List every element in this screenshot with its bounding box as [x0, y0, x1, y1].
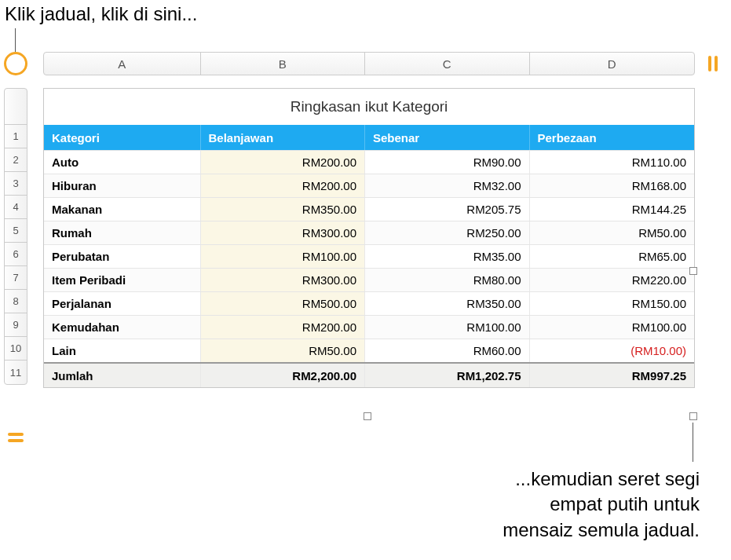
- cell-perbezaan[interactable]: RM220.00: [530, 269, 694, 291]
- table-row: Auto RM200.00 RM90.00 RM110.00: [44, 150, 694, 174]
- row-headers: 1 2 3 4 5 6 7 8 9 10 11: [4, 88, 27, 385]
- resize-handle-corner[interactable]: [689, 412, 697, 420]
- row-header-7[interactable]: 7: [5, 266, 27, 290]
- column-bars-icon: [705, 54, 721, 73]
- cell-sebenar[interactable]: RM90.00: [365, 151, 530, 174]
- cell-kategori[interactable]: Lain: [44, 339, 201, 362]
- cell-perbezaan[interactable]: RM150.00: [530, 292, 694, 315]
- cell-kategori[interactable]: Perjalanan: [44, 292, 201, 315]
- cell-kategori[interactable]: Auto: [44, 151, 201, 174]
- cell-belanjawan[interactable]: RM300.00: [201, 269, 366, 291]
- row-bars-icon: [6, 430, 25, 445]
- svg-rect-2: [8, 433, 24, 436]
- row-header-1[interactable]: 1: [5, 125, 27, 148]
- table-row: Lain RM50.00 RM60.00 (RM10.00): [44, 339, 694, 362]
- row-header-5[interactable]: 5: [5, 219, 27, 243]
- callout-text: mensaiz semula jadual.: [503, 518, 700, 543]
- svg-rect-3: [8, 439, 24, 442]
- col-header-b[interactable]: B: [201, 53, 366, 75]
- callout-resize: ...kemudian seret segi empat putih untuk…: [503, 467, 700, 543]
- th-sebenar[interactable]: Sebenar: [365, 125, 530, 150]
- table-row: Perjalanan RM500.00 RM350.00 RM150.00: [44, 291, 694, 315]
- cell-sebenar[interactable]: RM35.00: [365, 245, 530, 268]
- svg-rect-1: [715, 56, 718, 71]
- add-column-handle[interactable]: [701, 52, 725, 75]
- cell-kategori[interactable]: Rumah: [44, 221, 201, 244]
- cell-perbezaan[interactable]: RM100.00: [530, 316, 694, 339]
- callout-text: empat putih untuk: [503, 492, 700, 517]
- cell-belanjawan[interactable]: RM350.00: [201, 198, 366, 221]
- table-title[interactable]: Ringkasan ikut Kategori: [44, 89, 694, 125]
- table-row: Makanan RM350.00 RM205.75 RM144.25: [44, 197, 694, 221]
- table-row: Kemudahan RM200.00 RM100.00 RM100.00: [44, 315, 694, 339]
- table-selector-handle[interactable]: [4, 52, 27, 75]
- cell-belanjawan[interactable]: RM100.00: [201, 245, 366, 268]
- th-perbezaan[interactable]: Perbezaan: [530, 125, 694, 150]
- callout-line: [693, 423, 693, 462]
- cell-kategori[interactable]: Perubatan: [44, 245, 201, 268]
- table-row: Item Peribadi RM300.00 RM80.00 RM220.00: [44, 268, 694, 291]
- footer-sebenar[interactable]: RM1,202.75: [365, 364, 530, 387]
- cell-belanjawan[interactable]: RM50.00: [201, 339, 366, 362]
- cell-kategori[interactable]: Item Peribadi: [44, 269, 201, 291]
- cell-sebenar[interactable]: RM205.75: [365, 198, 530, 221]
- add-row-handle[interactable]: [4, 426, 27, 449]
- cell-sebenar[interactable]: RM350.00: [365, 292, 530, 315]
- row-header-11[interactable]: 11: [5, 361, 27, 384]
- resize-handle-bottom[interactable]: [364, 412, 371, 420]
- spreadsheet-table[interactable]: Ringkasan ikut Kategori Kategori Belanja…: [43, 88, 695, 388]
- row-header-8[interactable]: 8: [5, 290, 27, 313]
- th-belanjawan[interactable]: Belanjawan: [201, 125, 366, 150]
- footer-belanjawan[interactable]: RM2,200.00: [201, 364, 366, 387]
- cell-perbezaan[interactable]: RM65.00: [530, 245, 694, 268]
- cell-sebenar[interactable]: RM100.00: [365, 316, 530, 339]
- cell-sebenar[interactable]: RM250.00: [365, 221, 530, 244]
- cell-kategori[interactable]: Hiburan: [44, 174, 201, 197]
- column-headers: A B C D: [43, 52, 695, 75]
- cell-perbezaan[interactable]: RM144.25: [530, 198, 694, 221]
- cell-belanjawan[interactable]: RM300.00: [201, 221, 366, 244]
- cell-belanjawan[interactable]: RM200.00: [201, 174, 366, 197]
- col-header-d[interactable]: D: [530, 53, 694, 75]
- row-header-10[interactable]: 10: [5, 337, 27, 361]
- table-header-row: Kategori Belanjawan Sebenar Perbezaan: [44, 125, 694, 150]
- cell-perbezaan[interactable]: RM110.00: [530, 151, 694, 174]
- cell-perbezaan[interactable]: RM50.00: [530, 221, 694, 244]
- row-header-3[interactable]: 3: [5, 172, 27, 196]
- cell-sebenar[interactable]: RM60.00: [365, 339, 530, 362]
- footer-label[interactable]: Jumlah: [44, 364, 201, 387]
- callout-select-table: Klik jadual, klik di sini...: [5, 3, 197, 25]
- cell-sebenar[interactable]: RM32.00: [365, 174, 530, 197]
- col-header-c[interactable]: C: [365, 53, 530, 75]
- cell-belanjawan[interactable]: RM500.00: [201, 292, 366, 315]
- table-row: Rumah RM300.00 RM250.00 RM50.00: [44, 221, 694, 244]
- callout-line: [15, 28, 16, 52]
- th-kategori[interactable]: Kategori: [44, 125, 201, 150]
- row-header-2[interactable]: 2: [5, 148, 27, 172]
- table-row: Hiburan RM200.00 RM32.00 RM168.00: [44, 174, 694, 197]
- cell-kategori[interactable]: Kemudahan: [44, 316, 201, 339]
- table-footer-row: Jumlah RM2,200.00 RM1,202.75 RM997.25: [44, 362, 694, 387]
- row-header-4[interactable]: 4: [5, 196, 27, 219]
- col-header-a[interactable]: A: [44, 53, 201, 75]
- cell-perbezaan[interactable]: (RM10.00): [530, 339, 694, 362]
- cell-sebenar[interactable]: RM80.00: [365, 269, 530, 291]
- svg-rect-0: [708, 56, 711, 71]
- table-row: Perubatan RM100.00 RM35.00 RM65.00: [44, 244, 694, 268]
- cell-kategori[interactable]: Makanan: [44, 198, 201, 221]
- cell-perbezaan[interactable]: RM168.00: [530, 174, 694, 197]
- cell-belanjawan[interactable]: RM200.00: [201, 151, 366, 174]
- callout-text: ...kemudian seret segi: [503, 467, 700, 492]
- row-header-title[interactable]: [5, 89, 27, 125]
- cell-belanjawan[interactable]: RM200.00: [201, 316, 366, 339]
- row-header-6[interactable]: 6: [5, 243, 27, 266]
- footer-perbezaan[interactable]: RM997.25: [530, 364, 694, 387]
- resize-handle-right[interactable]: [689, 267, 697, 275]
- row-header-9[interactable]: 9: [5, 313, 27, 337]
